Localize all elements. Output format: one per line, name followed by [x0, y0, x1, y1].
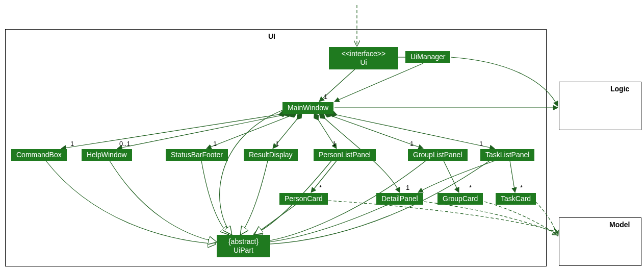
node-group-card-name: GroupCard [443, 194, 478, 203]
node-help-window: HelpWindow [82, 149, 132, 161]
node-ui-manager: UiManager [405, 51, 450, 63]
node-person-card-name: PersonCard [285, 194, 323, 203]
node-person-list-panel-name: PersonListPanel [319, 151, 371, 159]
node-task-card-name: TaskCard [501, 194, 531, 203]
node-person-card: PersonCard [279, 193, 328, 205]
node-ui-interface-stereotype: <<interface>> [342, 50, 385, 58]
node-command-box: CommandBox [11, 149, 67, 161]
node-ui-part: {abstract} UiPart [217, 235, 270, 257]
node-main-window-name: MainWindow [288, 104, 328, 112]
package-model-label: Model [609, 221, 630, 229]
node-group-card: GroupCard [437, 193, 483, 205]
node-task-list-panel-name: TaskListPanel [485, 151, 529, 159]
node-result-display: ResultDisplay [244, 149, 298, 161]
node-group-list-panel: GroupListPanel [408, 149, 468, 161]
mult-detailpanel: 1 [406, 184, 409, 191]
mult-resultdisplay: 1 [275, 140, 279, 148]
mult-groupcard: * [469, 184, 472, 191]
node-task-list-panel: TaskListPanel [480, 149, 534, 161]
mult-mainwindow: 1 [324, 93, 327, 101]
node-person-list-panel: PersonListPanel [314, 149, 376, 161]
mult-statusbar: 1 [213, 140, 217, 148]
node-status-bar-footer: StatusBarFooter [166, 149, 228, 161]
mult-tasklist: 1 [479, 140, 483, 148]
node-detail-panel-name: DetailPanel [381, 194, 418, 203]
mult-personcard: * [319, 184, 322, 191]
package-model: Model [559, 217, 641, 266]
mult-grouplist: 1 [410, 140, 414, 148]
package-ui: UI [5, 29, 547, 266]
node-main-window: MainWindow [282, 102, 333, 114]
mult-helpwindow: 0..1 [119, 140, 131, 148]
node-ui-interface: <<interface>> Ui [329, 47, 398, 69]
mult-commandbox: 1 [70, 140, 74, 148]
node-ui-part-name: UiPart [234, 246, 253, 255]
node-task-card: TaskCard [496, 193, 536, 205]
node-status-bar-footer-name: StatusBarFooter [171, 151, 223, 159]
mult-taskcard: * [520, 184, 523, 191]
mult-personlist: 1 [332, 140, 336, 148]
node-group-list-panel-name: GroupListPanel [413, 151, 462, 159]
node-detail-panel: DetailPanel [376, 193, 423, 205]
package-ui-label: UI [268, 32, 275, 40]
package-logic-label: Logic [610, 85, 629, 93]
node-ui-part-stereotype: {abstract} [228, 237, 259, 246]
package-logic: Logic [559, 82, 641, 130]
node-ui-manager-name: UiManager [410, 53, 445, 61]
node-help-window-name: HelpWindow [87, 151, 127, 159]
node-command-box-name: CommandBox [16, 151, 62, 159]
node-ui-interface-name: Ui [360, 58, 367, 67]
node-result-display-name: ResultDisplay [249, 151, 293, 159]
